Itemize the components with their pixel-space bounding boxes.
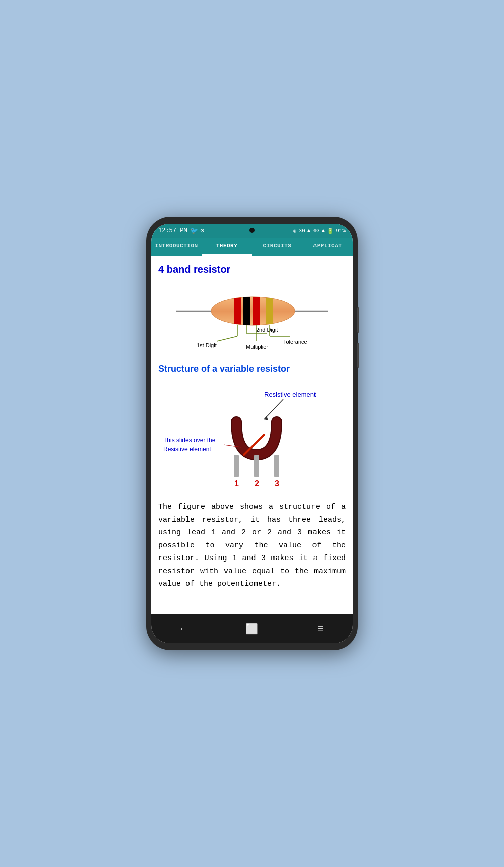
- signal-strength-4g: ▲: [322, 228, 325, 234]
- svg-text:1st Digit: 1st Digit: [197, 342, 217, 348]
- home-button[interactable]: ⬜: [235, 621, 268, 637]
- tab-theory[interactable]: THEORY: [202, 238, 252, 256]
- svg-text:Resistive element: Resistive element: [163, 446, 211, 453]
- signal-icon: ⊚: [293, 228, 297, 234]
- svg-line-9: [217, 336, 237, 341]
- svg-text:Multiplier: Multiplier: [246, 344, 268, 350]
- battery-icon: 🔋: [327, 228, 334, 234]
- svg-text:This slides over the: This slides over the: [163, 437, 216, 444]
- section1-title: 4 band resistor: [158, 264, 346, 275]
- side-button-2: [357, 343, 359, 368]
- svg-text:3: 3: [275, 479, 279, 488]
- tab-circuits[interactable]: CIRCUITS: [252, 238, 302, 256]
- svg-text:1: 1: [234, 479, 239, 488]
- svg-text:2nd Digit: 2nd Digit: [256, 327, 278, 333]
- variable-resistor-diagram: Resistive element 1: [158, 382, 346, 492]
- main-content: 4 band resistor: [151, 256, 353, 614]
- side-button-1: [357, 307, 359, 333]
- battery-level: 91%: [336, 228, 346, 234]
- svg-line-20: [264, 399, 283, 419]
- description-paragraph: The figure above shows a structure of a …: [158, 501, 346, 591]
- twitter-icon: 🐦: [190, 227, 198, 235]
- resistor-svg: 1st Digit 2nd Digit Multiplier Tolerance: [166, 283, 338, 359]
- status-right: ⊚ 3G ▲ 4G ▲ 🔋 91%: [293, 228, 346, 234]
- svg-text:2: 2: [255, 479, 259, 488]
- back-button[interactable]: ←: [170, 621, 197, 637]
- svg-rect-4: [234, 297, 241, 325]
- signal-strength-3g: ▲: [307, 228, 311, 234]
- svg-text:Tolerance: Tolerance: [283, 339, 307, 345]
- resistor-diagram: 1st Digit 2nd Digit Multiplier Tolerance: [158, 283, 346, 359]
- svg-rect-5: [243, 297, 250, 325]
- menu-button[interactable]: ≡: [307, 621, 333, 637]
- var-resistor-svg: Resistive element 1: [158, 382, 330, 492]
- phone-frame: 12:57 PM 🐦 ⊙ ⊚ 3G ▲ 4G ▲ 🔋 91% INTRODUCT…: [146, 217, 358, 650]
- section2-title: Structure of a variable resistor: [158, 364, 346, 375]
- svg-rect-23: [234, 455, 239, 477]
- camera-icon: ⊙: [201, 227, 205, 235]
- nav-tabs: INTRODUCTION THEORY CIRCUITS APPLICAT: [151, 238, 353, 256]
- svg-text:Resistive element: Resistive element: [264, 391, 316, 398]
- camera: [249, 228, 255, 233]
- phone-screen: 12:57 PM 🐦 ⊙ ⊚ 3G ▲ 4G ▲ 🔋 91% INTRODUCT…: [151, 224, 353, 643]
- svg-rect-24: [254, 455, 259, 477]
- time-display: 12:57 PM: [158, 227, 187, 234]
- svg-rect-7: [266, 297, 273, 325]
- tab-applications[interactable]: APPLICAT: [302, 238, 353, 256]
- status-left: 12:57 PM 🐦 ⊙: [158, 227, 204, 235]
- bottom-bar: ← ⬜ ≡: [151, 614, 353, 643]
- tab-introduction[interactable]: INTRODUCTION: [151, 238, 202, 256]
- signal-3g: 3G: [299, 228, 305, 234]
- svg-marker-21: [264, 416, 268, 420]
- svg-rect-6: [253, 297, 260, 325]
- svg-rect-25: [274, 455, 279, 477]
- signal-4g: 4G: [312, 228, 319, 234]
